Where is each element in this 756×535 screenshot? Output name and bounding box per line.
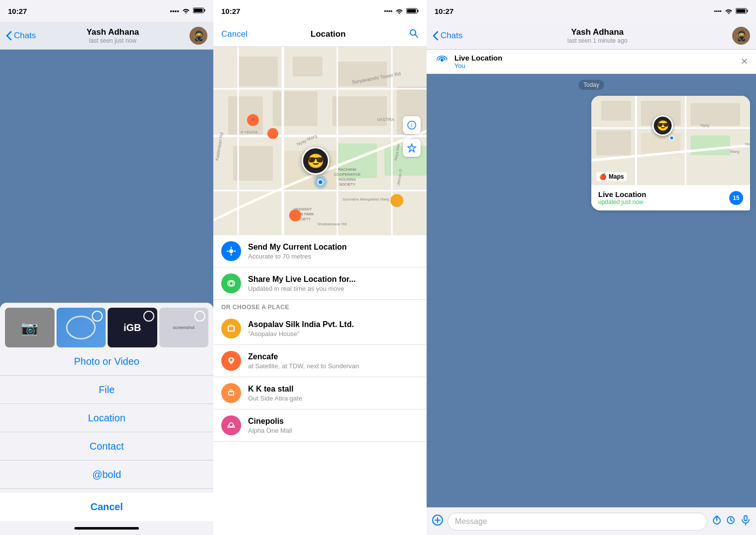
menu-item-photo-video[interactable]: Photo or Video: [0, 347, 213, 376]
cancel-button-p2[interactable]: Cancel: [221, 29, 248, 39]
svg-rect-61: [230, 390, 232, 392]
bottom-sheet: 📷 iGB screenshot Photo or Video File: [0, 303, 213, 535]
back-button-p1[interactable]: Chats: [6, 31, 36, 41]
nav-bar-p2: Cancel Location: [213, 22, 427, 47]
svg-rect-69: [601, 101, 631, 121]
svg-text:Surendra Mangaldas Marg: Surendra Mangaldas Marg: [342, 197, 389, 201]
panel-location: 10:27 ▪▪▪▪ Cancel Location: [213, 0, 427, 535]
place-icon-3: [221, 415, 241, 435]
place-item-2[interactable]: K K tea stall Out Side Atira gate: [213, 377, 427, 409]
place-text-1: Zencafe at Satellite, at TDW, next to Su…: [248, 352, 359, 370]
location-arrow-icon: [455, 7, 460, 14]
menu-item-location[interactable]: Location: [0, 404, 213, 432]
svg-line-7: [415, 35, 418, 37]
camera-thumb[interactable]: 📷: [5, 308, 55, 347]
menu-item-contact[interactable]: Contact: [0, 432, 213, 461]
svg-rect-66: [737, 9, 746, 13]
photo-thumb-1[interactable]: [57, 308, 106, 347]
mic-button-p3[interactable]: [740, 515, 751, 529]
bubble-user-pin: 😎: [652, 115, 673, 136]
photo-text: screenshot: [172, 324, 195, 331]
nav-bar-p1: Chats Yash Adhana last seen just now 🥷: [0, 22, 213, 50]
timer-button-2[interactable]: [725, 515, 736, 529]
igb-label: iGB: [124, 322, 141, 334]
battery-icon-p3: [736, 8, 748, 14]
message-input-p3[interactable]: Message: [447, 513, 707, 531]
media-strip: 📷 iGB screenshot: [0, 303, 213, 347]
cancel-button-sheet[interactable]: Cancel: [0, 493, 213, 521]
svg-text:Shabaleswar Rd: Shabaleswar Rd: [317, 222, 347, 226]
svg-rect-71: [691, 103, 740, 126]
place-item-1[interactable]: Zencafe at Satellite, at TDW, next to Su…: [213, 345, 427, 377]
home-bar: [74, 527, 139, 530]
signal-icon-p2: ▪▪▪▪: [384, 7, 392, 14]
back-button-p3[interactable]: Chats: [433, 31, 462, 41]
svg-text:Marg: Marg: [730, 149, 739, 154]
contact-name-p3: Yash Adhana: [571, 27, 624, 37]
share-live-location[interactable]: Share My Live Location for... Updated in…: [213, 268, 427, 300]
photo-thumb-2[interactable]: iGB: [108, 308, 157, 347]
contact-status-p3: last seen 1 minute ago: [567, 37, 628, 44]
live-location-icon: [221, 273, 241, 293]
place-icon-2: [221, 383, 241, 403]
contact-status-p1: last seen just now: [89, 37, 136, 44]
svg-text:R TEKRA: R TEKRA: [241, 130, 258, 134]
current-location-icon: [221, 241, 241, 261]
svg-point-59: [230, 359, 233, 361]
timer-button-1[interactable]: [711, 515, 722, 529]
location-title: Location: [311, 29, 346, 39]
map-info-button[interactable]: i: [403, 116, 421, 134]
avatar-p3[interactable]: 🥷: [732, 27, 750, 45]
search-button-p2[interactable]: [409, 28, 419, 40]
place-icon-0: [221, 319, 241, 338]
wifi-icon-p2: [395, 8, 403, 14]
svg-text:COOPERATIVE: COOPERATIVE: [334, 172, 361, 177]
input-bar-p3: Message: [427, 507, 756, 535]
panel-live-location: 10:27 ▪▪▪▪ Chats Yash Adhana last seen 1…: [427, 0, 756, 535]
map-svg: Suryavanshi Tower Rd VASTRA Kadambari Rd…: [213, 47, 427, 235]
svg-rect-74: [691, 135, 730, 155]
map-view[interactable]: Suryavanshi Tower Rd VASTRA Kadambari Rd…: [213, 47, 427, 235]
place-icon-1: [221, 351, 241, 371]
live-close-button[interactable]: ✕: [741, 56, 748, 67]
back-label-p1: Chats: [14, 31, 36, 41]
time-p1: 10:27: [8, 7, 27, 15]
svg-text:📍: 📍: [250, 117, 256, 124]
svg-rect-89: [744, 516, 747, 521]
panel-messaging: 10:27 ▪▪▪▪ Chats Yash Adhana last seen j…: [0, 0, 213, 535]
apple-icon: 🍎: [599, 173, 607, 180]
user-location-pin: 😎: [302, 147, 329, 175]
attach-button-p3[interactable]: [432, 514, 443, 529]
menu-item-bold[interactable]: @bold: [0, 461, 213, 489]
svg-point-52: [229, 249, 233, 253]
send-current-location[interactable]: Send My Current Location Accurate to 70 …: [213, 235, 427, 268]
place-item-3[interactable]: Cinepolis Alpha One Mall: [213, 409, 427, 442]
live-location-bubble[interactable]: Nyay Naya Marg 😎 🍎 Maps Live Location: [591, 96, 750, 210]
home-indicator-p1: [0, 521, 213, 535]
current-location-text: Send My Current Location Accurate to 70 …: [248, 243, 347, 260]
svg-text:RACHANA: RACHANA: [338, 167, 357, 172]
svg-point-57: [229, 281, 233, 285]
sheet-menu: Photo or Video File Location Contact @bo…: [0, 347, 213, 489]
svg-rect-58: [228, 326, 234, 331]
svg-rect-4: [418, 10, 419, 12]
menu-item-file[interactable]: File: [0, 376, 213, 404]
live-loc-left: Live Location You: [435, 54, 503, 69]
bubble-map: Nyay Naya Marg 😎 🍎 Maps: [591, 96, 750, 185]
status-icons-p1: ▪▪▪▪: [170, 7, 205, 15]
photo-thumb-3[interactable]: screenshot: [159, 308, 209, 347]
place-item-0[interactable]: Asopalav Silk India Pvt. Ltd. "Asopalav …: [213, 313, 427, 345]
avatar-p1[interactable]: 🥷: [189, 27, 207, 45]
time-p2: 10:27: [221, 7, 240, 15]
chat-area-p3: Today Nyay Naya: [427, 74, 756, 507]
status-icons-p3: ▪▪▪▪: [714, 8, 748, 14]
timer-buttons: [711, 515, 736, 529]
svg-rect-9: [238, 57, 278, 86]
map-location-button[interactable]: [403, 139, 421, 157]
live-location-text: Share My Live Location for... Updated in…: [248, 275, 356, 292]
apple-maps-label: 🍎 Maps: [596, 172, 627, 181]
svg-text:VASTRA: VASTRA: [377, 117, 394, 122]
battery-icon: [193, 7, 205, 15]
back-label-p3: Chats: [441, 31, 462, 41]
place-text-2: K K tea stall Out Side Atira gate: [248, 385, 302, 402]
